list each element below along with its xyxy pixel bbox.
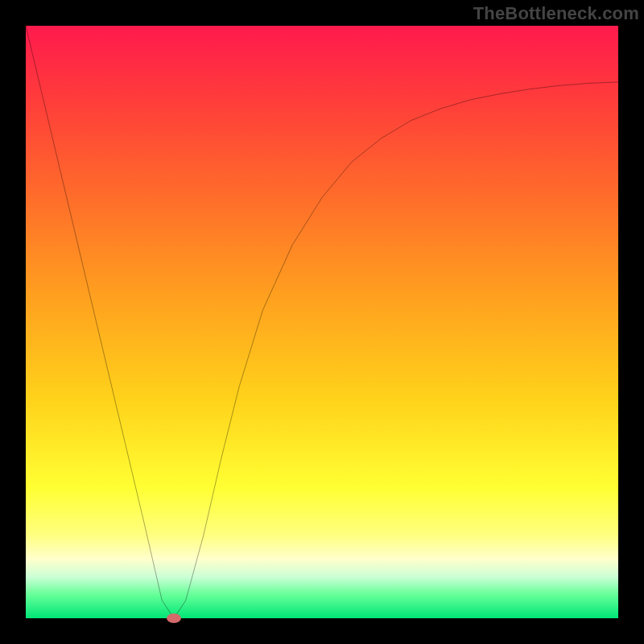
- bottleneck-curve: [26, 26, 618, 618]
- watermark-text: TheBottleneck.com: [473, 3, 639, 24]
- chart-frame: TheBottleneck.com: [0, 0, 644, 644]
- minimum-marker: [167, 613, 181, 623]
- curve-svg: [26, 26, 618, 618]
- plot-area: [26, 26, 618, 618]
